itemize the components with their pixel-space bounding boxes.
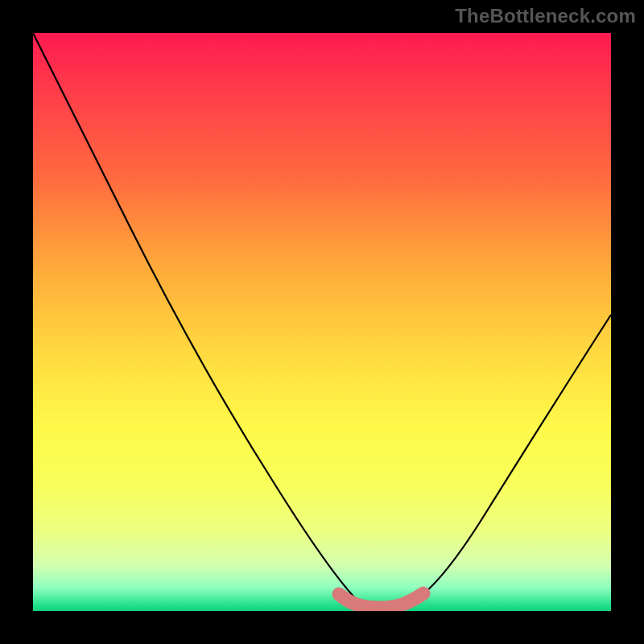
plot-area: [33, 33, 611, 611]
bottleneck-curve: [33, 33, 611, 607]
watermark-text: TheBottleneck.com: [455, 5, 636, 27]
chart-frame: TheBottleneck.com: [0, 0, 644, 644]
curve-layer: [33, 33, 611, 611]
bottleneck-band: [339, 593, 423, 608]
